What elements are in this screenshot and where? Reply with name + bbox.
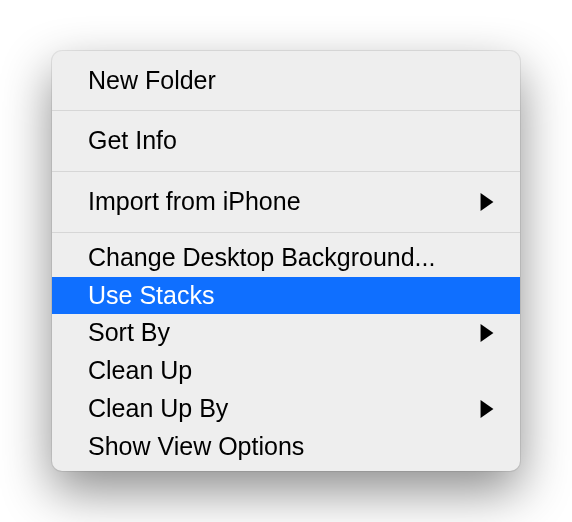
context-menu: New Folder Get Info Import from iPhone C…: [52, 51, 520, 472]
submenu-chevron-icon: [480, 400, 494, 418]
menu-item-clean-up-by[interactable]: Clean Up By: [52, 390, 520, 428]
menu-item-label: Import from iPhone: [88, 185, 301, 219]
svg-marker-2: [481, 400, 494, 418]
submenu-chevron-icon: [480, 193, 494, 211]
menu-separator: [52, 171, 520, 172]
svg-marker-1: [481, 324, 494, 342]
menu-item-label: Clean Up By: [88, 392, 228, 426]
menu-item-label: Show View Options: [88, 430, 304, 464]
menu-item-show-view-options[interactable]: Show View Options: [52, 428, 520, 466]
menu-item-new-folder[interactable]: New Folder: [52, 57, 520, 105]
menu-item-get-info[interactable]: Get Info: [52, 117, 520, 165]
menu-item-label: Sort By: [88, 316, 170, 350]
menu-item-label: Change Desktop Background...: [88, 241, 435, 275]
menu-item-label: Clean Up: [88, 354, 192, 388]
menu-item-sort-by[interactable]: Sort By: [52, 314, 520, 352]
menu-item-clean-up[interactable]: Clean Up: [52, 352, 520, 390]
svg-marker-0: [481, 193, 494, 211]
menu-item-change-desktop-background[interactable]: Change Desktop Background...: [52, 239, 520, 277]
menu-item-label: Use Stacks: [88, 279, 214, 313]
menu-separator: [52, 232, 520, 233]
menu-item-label: New Folder: [88, 64, 216, 98]
menu-item-use-stacks[interactable]: Use Stacks: [52, 277, 520, 315]
menu-item-import-from-iphone[interactable]: Import from iPhone: [52, 178, 520, 226]
submenu-chevron-icon: [480, 324, 494, 342]
menu-item-label: Get Info: [88, 124, 177, 158]
menu-group: Change Desktop Background... Use Stacks …: [52, 239, 520, 466]
menu-separator: [52, 110, 520, 111]
